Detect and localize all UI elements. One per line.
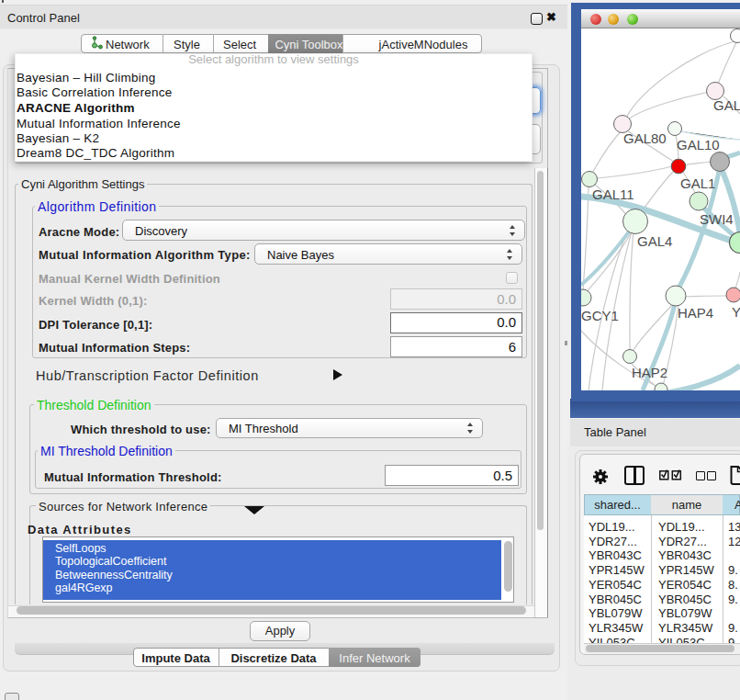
svg-text:GAL10: GAL10 (677, 137, 720, 152)
svg-text:YM: YM (732, 304, 740, 320)
svg-text:SWI4: SWI4 (700, 211, 734, 227)
svg-text:GAL7: GAL7 (713, 97, 740, 113)
svg-text:GCY1: GCY1 (581, 308, 619, 323)
svg-text:HAP2: HAP2 (632, 365, 667, 380)
svg-text:HAP4: HAP4 (678, 305, 713, 321)
svg-text:GAL4: GAL4 (637, 233, 672, 249)
svg-text:GAL80: GAL80 (623, 130, 667, 146)
svg-text:GAL11: GAL11 (592, 186, 634, 202)
svg-text:GAL1: GAL1 (680, 175, 715, 191)
